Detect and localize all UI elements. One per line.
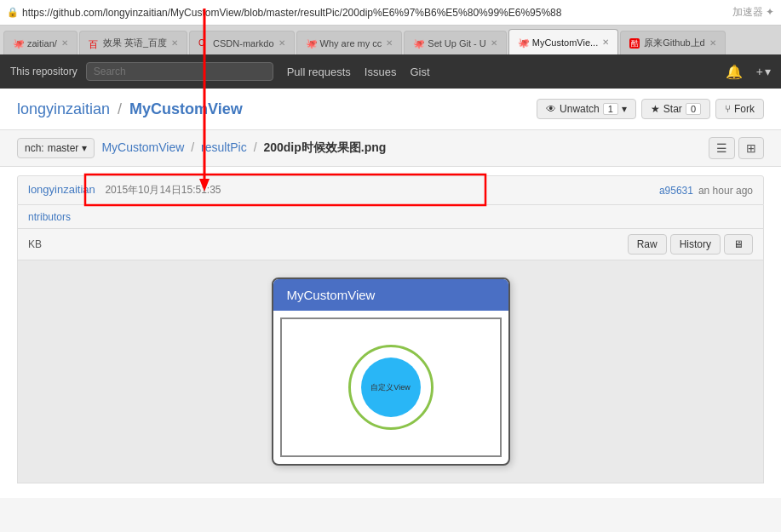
tabs-bar: 🐙 zaitian/ ✕ 百 效果 英语_百度 ✕ C CSDN-markdo … <box>0 26 781 54</box>
phone-content: 自定义View <box>280 317 502 457</box>
display-button[interactable]: 🖥 <box>724 234 753 255</box>
watch-count: 1 <box>603 103 618 115</box>
commit-sha: a95631 an hour ago <box>659 185 753 197</box>
bc-sep1: / <box>191 140 194 154</box>
branch-label: nch: <box>25 142 44 154</box>
favicon-gh: 🐙 <box>13 38 23 49</box>
phone-mockup: MyCustomView 自定义View <box>272 277 510 466</box>
image-preview: MyCustomView 自定义View <box>17 260 764 483</box>
commit-date: 2015年10月14日15:51:35 <box>105 184 221 196</box>
unwatch-button[interactable]: 👁 Unwatch 1 ▾ <box>537 99 636 119</box>
fork-icon: ⑂ <box>725 103 731 115</box>
tab-close[interactable]: ✕ <box>279 38 285 48</box>
commit-time-ago: an hour ago <box>698 185 753 197</box>
address-bar: 🔒 https://github.com/longyinzaitian/MyCu… <box>0 0 781 26</box>
tab-label: 效果 英语_百度 <box>103 37 167 49</box>
tab-close[interactable]: ✕ <box>602 37 609 47</box>
nav-pull-requests[interactable]: Pull requests <box>287 66 351 78</box>
tab-why[interactable]: 🐙 Why are my cc ✕ <box>296 31 403 54</box>
nav-gist[interactable]: Gist <box>410 66 429 78</box>
extra-link[interactable]: 加速器 ✦ <box>732 5 774 20</box>
list-view-button[interactable]: ☰ <box>709 137 735 159</box>
tab-csdn[interactable]: C CSDN-markdo ✕ <box>189 31 295 54</box>
favicon-bd: 百 <box>89 38 99 49</box>
separator: / <box>118 100 126 117</box>
star-icon: ★ <box>651 103 660 115</box>
bc-sep2: / <box>254 140 257 154</box>
dropdown-icon: ▾ <box>82 142 87 154</box>
lock-icon: 🔒 <box>7 7 19 18</box>
commit-author[interactable]: longyinzaitian <box>28 183 95 196</box>
tab-label: Set Up Git - U <box>428 38 485 49</box>
tab-baidu[interactable]: 百 效果 英语_百度 ✕ <box>79 31 187 54</box>
tab-label: MyCustomVie... <box>532 37 598 48</box>
grid-view-button[interactable]: ⊞ <box>738 137 764 159</box>
tab-yuanlai[interactable]: 酷 原来Github上d ✕ <box>620 31 726 54</box>
nav-issues[interactable]: Issues <box>365 66 397 78</box>
github-nav: This repository Pull requests Issues Gis… <box>0 54 781 89</box>
repo-owner[interactable]: longyinzaitian <box>17 100 110 117</box>
repo-header: longyinzaitian / MyCustomView 👁 Unwatch … <box>0 89 781 130</box>
url-text: https://github.com/longyinzaitian/MyCust… <box>22 7 724 19</box>
raw-button[interactable]: Raw <box>628 234 667 255</box>
file-nav: nch: master ▾ MyCustomView / resultPic /… <box>0 130 781 167</box>
file-size: KB <box>28 238 42 250</box>
nav-search-section: This repository <box>10 62 273 81</box>
phone-title-bar: MyCustomView <box>273 279 508 311</box>
breadcrumb: MyCustomView / resultPic / 200dip时候效果图.p… <box>101 140 386 156</box>
blue-circle: 自定义View <box>361 358 421 417</box>
bc-dir[interactable]: resultPic <box>201 140 247 154</box>
contributors-bar: ntributors <box>17 205 764 229</box>
tab-mycustomview[interactable]: 🐙 MyCustomVie... ✕ <box>508 29 618 54</box>
commit-sha-link[interactable]: a95631 <box>659 185 693 197</box>
branch-selector[interactable]: nch: master ▾ <box>17 138 95 158</box>
contributors-label: ntributors <box>28 211 71 223</box>
tab-close[interactable]: ✕ <box>61 38 68 48</box>
tab-label: zaitian/ <box>27 38 57 49</box>
commit-info: longyinzaitian 2015年10月14日15:51:35 <box>28 183 221 197</box>
tab-close[interactable]: ✕ <box>171 38 178 48</box>
repo-name[interactable]: MyCustomView <box>129 100 243 117</box>
tab-close[interactable]: ✕ <box>709 38 716 48</box>
page-wrapper: 🔒 https://github.com/longyinzaitian/MyCu… <box>0 0 781 532</box>
bc-repo[interactable]: MyCustomView <box>101 140 184 154</box>
tab-close[interactable]: ✕ <box>386 38 393 48</box>
file-nav-actions: ☰ ⊞ <box>709 137 764 159</box>
star-count: 0 <box>686 103 701 115</box>
eye-icon: 👁 <box>546 103 556 115</box>
tab-label: Why are my cc <box>320 38 382 49</box>
file-view-actions: Raw History 🖥 <box>628 234 753 255</box>
tab-zaitian[interactable]: 🐙 zaitian/ ✕ <box>3 31 78 54</box>
repo-actions: 👁 Unwatch 1 ▾ ★ Star 0 ⑂ Fork <box>537 99 764 119</box>
favicon-gh3: 🐙 <box>413 38 423 49</box>
bc-file: 200dip时候效果图.png <box>263 140 386 154</box>
favicon-csdn: C <box>198 38 209 49</box>
star-button[interactable]: ★ Star 0 <box>641 99 710 119</box>
circle-label: 自定义View <box>370 382 410 393</box>
favicon-ku: 酷 <box>629 38 640 49</box>
search-input[interactable] <box>86 62 273 81</box>
new-menu-button[interactable]: + ▾ <box>756 65 771 78</box>
chevron-icon: ▾ <box>622 103 627 115</box>
phone-app-title: MyCustomView <box>287 288 376 302</box>
repo-title: longyinzaitian / MyCustomView <box>17 100 243 118</box>
notifications-bell[interactable]: 🔔 <box>726 64 743 80</box>
tab-setup[interactable]: 🐙 Set Up Git - U ✕ <box>404 31 506 54</box>
custom-view-drawing: 自定义View <box>340 336 442 438</box>
contributors-link[interactable]: ntributors <box>28 211 71 223</box>
page-content: This repository Pull requests Issues Gis… <box>0 54 781 498</box>
tab-label: 原来Github上d <box>644 37 705 49</box>
repo-label: This repository <box>10 66 78 77</box>
favicon-gh2: 🐙 <box>306 38 316 49</box>
history-button[interactable]: History <box>670 234 721 255</box>
fork-button[interactable]: ⑂ Fork <box>715 99 764 119</box>
commit-bar: longyinzaitian 2015年10月14日15:51:35 a9563… <box>17 175 764 205</box>
tab-close[interactable]: ✕ <box>491 38 497 48</box>
file-view-header: KB Raw History 🖥 <box>17 229 764 260</box>
current-branch: master <box>48 142 79 154</box>
favicon-gh4: 🐙 <box>518 37 528 48</box>
tab-label: CSDN-markdo <box>213 38 274 49</box>
